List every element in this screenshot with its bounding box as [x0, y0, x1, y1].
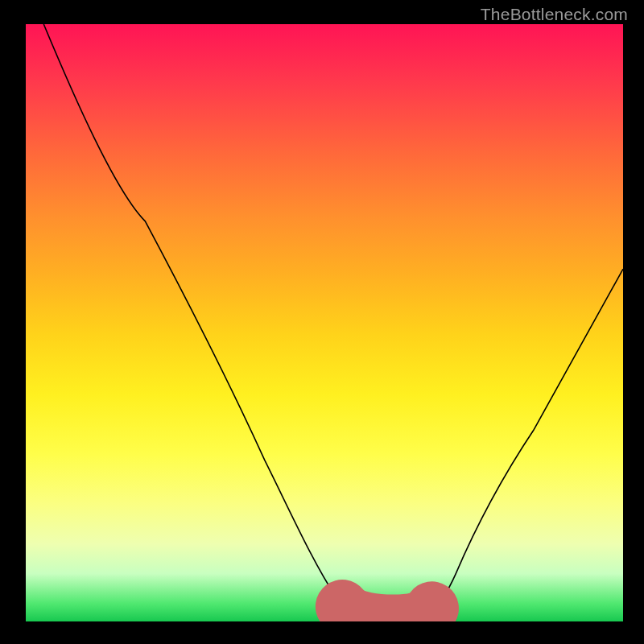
optimal-zone-marker — [342, 606, 431, 621]
chart-container: TheBottleneck.com — [0, 0, 644, 644]
curve-layer — [26, 24, 623, 621]
attribution-text: TheBottleneck.com — [481, 5, 628, 24]
bottleneck-curve — [43, 24, 623, 621]
